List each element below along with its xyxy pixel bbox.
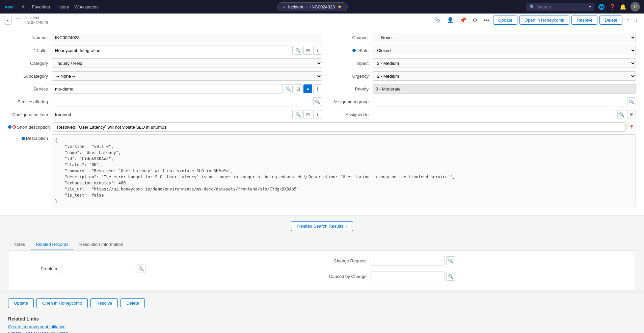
search-placeholder: Search <box>537 4 551 9</box>
short-desc-required-icon <box>12 125 16 129</box>
service-input[interactable] <box>52 84 283 94</box>
hamburger-icon[interactable]: ☰ <box>16 17 21 24</box>
config-item-input[interactable] <box>52 110 293 119</box>
problem-input[interactable] <box>61 264 135 273</box>
change-cols: Change Request 🔍 Caused by Change 🔍 <box>323 256 630 284</box>
activity-icon-btn[interactable]: 👤 <box>445 16 456 25</box>
short-desc-input[interactable] <box>54 122 626 132</box>
number-input[interactable] <box>52 33 322 42</box>
tab-resolution-info[interactable]: Resolution Information <box>74 239 129 250</box>
form-right-col: Channel -- None -- State Closed New In P… <box>322 32 636 122</box>
service-blue-btn[interactable]: ● <box>303 84 312 93</box>
nav-favorites[interactable]: Favorites <box>32 4 50 9</box>
caused-by-change-search-btn[interactable]: 🔍 <box>446 272 455 281</box>
service-info-btn[interactable]: ℹ <box>313 84 322 93</box>
down-icon-btn[interactable]: ↓ <box>633 16 640 25</box>
tab-related-records[interactable]: Related Records <box>30 239 74 250</box>
search-dropdown-icon[interactable]: ▾ <box>589 4 591 9</box>
config-ref-btn[interactable]: ⊞ <box>303 110 312 119</box>
caused-by-change-label: Caused by Change <box>323 274 371 279</box>
state-dot-icon <box>352 49 356 52</box>
service-offering-group: 🔍 <box>52 97 322 106</box>
service-offering-search-btn[interactable]: 🔍 <box>313 97 322 106</box>
config-search-btn[interactable]: 🔍 <box>294 110 302 119</box>
open-honeycomb-button-bottom[interactable]: Open in Honeycomb <box>36 298 88 308</box>
back-button[interactable]: ‹ <box>4 16 12 25</box>
description-text[interactable]: { "version": "v0.1.0", "name": "User Lat… <box>52 134 636 207</box>
pin-icon-btn[interactable]: 📌 <box>458 16 468 25</box>
channel-select[interactable]: -- None -- <box>373 33 636 42</box>
caused-by-change-input[interactable] <box>371 272 445 281</box>
assigned-to-search-btn[interactable]: 🔍 <box>617 110 626 119</box>
sub-navigation: ‹ ☰ Incident INC0024028 📎 👤 📌 ⚙ ••• Upda… <box>0 14 644 27</box>
star-icon[interactable]: ★ <box>338 4 342 9</box>
up-icon-btn[interactable]: ↑ <box>624 16 631 25</box>
help-icon[interactable]: ❓ <box>609 4 616 10</box>
number-row: Number <box>8 32 322 43</box>
search-box[interactable]: 🔍 Search ▾ <box>527 3 594 11</box>
resolve-button-bottom[interactable]: Resolve <box>90 298 118 308</box>
config-info-btn[interactable]: ℹ <box>313 110 322 119</box>
service-offering-input[interactable] <box>52 97 312 106</box>
main-form: Number Caller 🔍 ⊞ ℹ Category Inquiry / H… <box>0 27 644 215</box>
globe-icon[interactable]: 🌐 <box>598 4 605 10</box>
impact-select[interactable]: 2 - Medium 1 - High 3 - Low <box>373 58 636 68</box>
tab-notes[interactable]: Notes <box>8 239 30 250</box>
breadcrumb: Incident INC0024028 <box>25 16 48 25</box>
urgency-select[interactable]: 2 - Medium 1 - High 3 - Low <box>373 71 636 81</box>
update-button-bottom[interactable]: Update <box>8 298 34 308</box>
change-request-search-btn[interactable]: 🔍 <box>446 256 455 265</box>
state-label: State <box>322 48 373 53</box>
nav-history[interactable]: History <box>55 4 69 9</box>
nav-all[interactable]: All <box>22 4 26 9</box>
settings-icon-btn[interactable]: ⚙ <box>471 16 479 25</box>
change-request-input[interactable] <box>371 256 445 265</box>
update-button-top[interactable]: Update <box>493 16 517 25</box>
problem-search-btn[interactable]: 🔍 <box>137 264 145 273</box>
delete-button-bottom[interactable]: Delete <box>120 298 145 308</box>
impact-label: Impact <box>322 61 373 66</box>
caller-search-icon-btn[interactable]: 🔍 <box>294 46 302 55</box>
related-link-1[interactable]: Create Special Handling Notes <box>8 331 636 333</box>
assigned-to-label: Assigned to <box>322 112 373 117</box>
assigned-to-input[interactable] <box>373 110 616 119</box>
category-select[interactable]: Inquiry / Help Software Hardware <box>52 58 322 68</box>
subcategory-select[interactable]: -- None -- <box>52 71 322 81</box>
change-request-group: 🔍 <box>371 256 455 265</box>
urgency-row: Urgency 2 - Medium 1 - High 3 - Low <box>322 71 636 81</box>
assignment-group-input[interactable] <box>373 97 626 106</box>
short-desc-icon-btn[interactable]: 📍 <box>627 123 636 131</box>
caller-input[interactable] <box>52 46 293 55</box>
attachment-icon-btn[interactable]: 📎 <box>432 16 443 25</box>
service-ref-btn[interactable]: ⊞ <box>294 84 302 93</box>
category-label: Category <box>8 61 52 66</box>
problem-row: Problem 🔍 <box>14 256 321 281</box>
open-honeycomb-button-top[interactable]: Open in Honeycomb <box>519 16 570 25</box>
service-search-btn[interactable]: 🔍 <box>284 84 293 93</box>
service-offering-label: Service offering <box>8 99 52 104</box>
avatar[interactable]: U <box>630 2 640 11</box>
related-link-0[interactable]: Create Improvement Initiative <box>8 324 636 329</box>
related-search-section: Related Search Results › <box>0 215 644 236</box>
caused-by-change-group: 🔍 <box>371 272 455 281</box>
state-select[interactable]: Closed New In Progress Resolved <box>373 46 636 55</box>
delete-button-top[interactable]: Delete <box>599 16 622 25</box>
related-search-button[interactable]: Related Search Results › <box>291 221 353 231</box>
breadcrumb-type: Incident <box>25 16 48 20</box>
tab-bar: Notes Related Records Resolution Informa… <box>8 236 636 250</box>
now-logo[interactable]: now <box>4 3 16 10</box>
nav-workspaces[interactable]: Workspaces <box>74 4 98 9</box>
caller-ref-icon-btn[interactable]: ⊞ <box>303 46 312 55</box>
assignment-group-search-btn[interactable]: 🔍 <box>627 97 636 106</box>
assigned-to-ref-btn[interactable]: ⊞ <box>627 110 636 119</box>
assignment-group-row: Assignment group 🔍 <box>322 97 636 107</box>
more-icon-btn[interactable]: ••• <box>481 16 491 25</box>
config-item-label: Configuration item <box>8 112 52 117</box>
bell-icon[interactable]: 🔔 <box>620 4 626 10</box>
resolve-button-top[interactable]: Resolve <box>571 16 597 25</box>
caller-info-icon-btn[interactable]: ℹ <box>313 46 322 55</box>
nav-title-pill[interactable]: ≡ Incident - INC0024028 ★ <box>277 2 348 11</box>
config-item-group: 🔍 ⊞ ℹ <box>52 110 322 119</box>
subnav-actions: 📎 👤 📌 ⚙ ••• Update Open in Honeycomb Res… <box>432 16 640 25</box>
priority-display: 3 - Moderate <box>373 84 636 94</box>
